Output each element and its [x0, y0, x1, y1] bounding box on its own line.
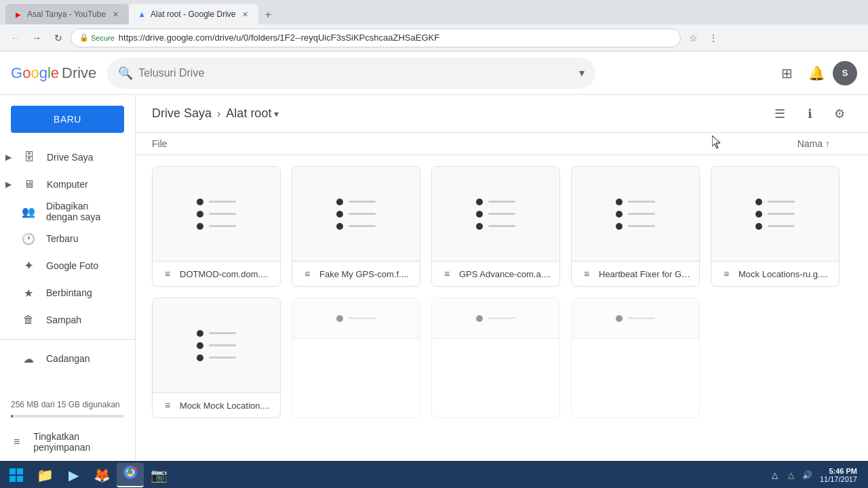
file-preview-partial-1 — [292, 298, 420, 339]
sidebar: BARU ▶ 🗄 Drive Saya ▶ 🖥 Komputer 👥 D — [0, 95, 136, 461]
berbintang-icon: ★ — [22, 286, 35, 300]
sidebar-item-dibagikan[interactable]: 👥 Dibagikan dengan saya — [0, 198, 124, 225]
file-grid: ≡ DOTMOD-com.dom.... — [136, 155, 868, 461]
file-icon-partial-2 — [476, 315, 515, 322]
sidebar-label-google-foto: Google Foto — [46, 260, 98, 271]
taskbar-app-chrome[interactable] — [117, 463, 144, 487]
browser-window: ▶ Asal Tanya - YouTube ✕ ▲ Alat root - G… — [0, 0, 868, 488]
file-card-gpsadvance[interactable]: ≡ GPS Advance-com.a.... — [431, 166, 560, 287]
breadcrumb-root[interactable]: Drive Saya — [152, 106, 212, 121]
sidebar-item-google-foto[interactable]: ✦ Google Foto — [0, 252, 124, 279]
file-name-heartbeat: Heartbeat Fixer for G.... — [599, 269, 691, 279]
file-icon-fakegps — [336, 199, 376, 230]
logo-g: G — [11, 64, 22, 81]
upgrade-label: Tingkatkan penyimpanan — [33, 431, 124, 453]
chrome-icon — [123, 466, 137, 479]
svg-rect-3 — [17, 476, 23, 482]
app-header: Google Drive 🔍 ▾ ⊞ 🔔 S — [0, 52, 868, 95]
taskbar-app-firefox[interactable]: 🦊 — [88, 463, 115, 487]
breadcrumb-dropdown-icon[interactable]: ▾ — [274, 108, 279, 119]
user-avatar[interactable]: S — [833, 61, 857, 85]
sidebar-label-drive-saya: Drive Saya — [47, 152, 93, 163]
google-foto-icon: ✦ — [22, 259, 35, 272]
tab-youtube[interactable]: ▶ Asal Tanya - YouTube ✕ — [5, 4, 129, 24]
tab-drive-close[interactable]: ✕ — [239, 9, 250, 20]
sidebar-label-sampah: Sampah — [46, 314, 81, 325]
file-name-fakegps: Fake My GPS-com.f.... — [319, 269, 412, 279]
taskbar-pinned: 📁 ▶ 🦊 — [31, 463, 172, 487]
apps-icon-btn[interactable]: ⊞ — [773, 60, 800, 87]
terbaru-icon: 🕐 — [22, 232, 35, 245]
file-card-partial-3[interactable] — [571, 298, 700, 418]
settings-button[interactable]: ⋮ — [704, 28, 723, 47]
search-input[interactable] — [138, 67, 574, 79]
sidebar-item-komputer[interactable]: ▶ 🖥 Komputer — [0, 171, 124, 198]
taskbar-tray: △ △ 🔊 5:46 PM 11/17/2017 — [763, 467, 865, 483]
file-icon-gpsadvance — [476, 199, 515, 230]
app-content: Google Drive 🔍 ▾ ⊞ 🔔 S BARU — [0, 52, 868, 461]
windows-logo-icon — [8, 467, 24, 483]
svg-rect-1 — [17, 468, 23, 474]
file-preview-partial-2 — [432, 298, 559, 339]
file-icon-dotmod — [197, 199, 236, 230]
settings-view-button[interactable]: ⚙ — [827, 102, 852, 126]
tray-up-arrow[interactable]: △ — [768, 468, 782, 482]
col-name-sort[interactable]: Nama ↑ — [797, 138, 830, 149]
new-button[interactable]: BARU — [11, 106, 124, 133]
file-card-mocklocations[interactable]: ≡ Mock Locations-ru.g.... — [711, 166, 840, 287]
sidebar-item-terbaru[interactable]: 🕐 Terbaru — [0, 225, 124, 252]
google-logo-text: Google — [11, 64, 59, 82]
taskbar-app-media[interactable]: ▶ — [60, 463, 87, 487]
sidebar-label-cadangan: Cadangan — [46, 353, 90, 364]
back-button[interactable]: ← — [5, 28, 24, 47]
breadcrumb-bar: Drive Saya › Alat root ▾ ☰ ℹ ⚙ — [136, 95, 868, 133]
file-card-mockmock[interactable]: ≡ Mock Mock Location.... — [152, 298, 281, 418]
breadcrumb-current-label: Alat root — [226, 106, 271, 121]
file-icon-mockmock — [197, 330, 236, 361]
sidebar-item-sampah[interactable]: 🗑 Sampah — [0, 306, 124, 333]
upgrade-button[interactable]: ≡ Tingkatkan penyimpanan — [0, 428, 135, 455]
sidebar-item-berbintang[interactable]: ★ Berbintang — [0, 279, 124, 306]
notifications-icon-btn[interactable]: 🔔 — [803, 60, 830, 87]
secure-label: Secure — [91, 34, 115, 42]
file-icon-mocklocations — [755, 199, 795, 230]
start-button[interactable] — [3, 463, 30, 487]
col-file-label: File — [152, 138, 797, 149]
bookmark-button[interactable]: ☆ — [684, 28, 703, 47]
sidebar-item-drive-saya[interactable]: ▶ 🗄 Drive Saya — [0, 144, 124, 171]
search-dropdown-icon[interactable]: ▾ — [579, 66, 585, 79]
tray-volume-icon[interactable]: 🔊 — [801, 468, 814, 482]
logo-o1: o — [22, 64, 31, 81]
forward-button[interactable]: → — [27, 28, 46, 47]
file-preview-dotmod — [153, 167, 280, 262]
search-box[interactable]: 🔍 ▾ — [107, 58, 595, 89]
secure-indicator: 🔒 Secure — [79, 33, 115, 42]
reload-button[interactable]: ↻ — [49, 28, 68, 47]
expand-icon-komputer: ▶ — [5, 180, 12, 189]
file-card-heartbeat[interactable]: ≡ Heartbeat Fixer for G.... — [571, 166, 700, 287]
tab-drive[interactable]: ▲ Alat root - Google Drive ✕ — [129, 4, 258, 24]
info-button[interactable]: ℹ — [797, 102, 822, 126]
file-footer-mocklocations: ≡ Mock Locations-ru.g.... — [711, 262, 839, 286]
list-view-button[interactable]: ☰ — [768, 102, 792, 126]
storage-bar — [11, 415, 124, 418]
taskbar-app-explorer[interactable]: 📁 — [31, 463, 58, 487]
taskbar-app-camera[interactable]: 📷 — [145, 463, 172, 487]
logo-o2: o — [31, 64, 39, 81]
file-card-dotmod[interactable]: ≡ DOTMOD-com.dom.... — [152, 166, 281, 287]
dibagikan-icon: 👥 — [22, 205, 35, 218]
storage-info: 256 MB dari 15 GB digunakan — [0, 394, 135, 428]
tab-youtube-close[interactable]: ✕ — [110, 9, 121, 20]
sidebar-item-cadangan[interactable]: ☁ Cadangan — [0, 345, 124, 372]
expand-icon-drive: ▶ — [5, 152, 12, 162]
storage-text: 256 MB dari 15 GB digunakan — [11, 400, 120, 409]
file-card-partial-2[interactable] — [431, 298, 560, 418]
file-card-fakegps[interactable]: ≡ Fake My GPS-com.f.... — [292, 166, 420, 287]
breadcrumb-separator: › — [217, 108, 220, 120]
file-card-partial-1[interactable] — [292, 298, 420, 418]
file-preview-fakegps — [292, 167, 420, 262]
tray-network-icon[interactable]: △ — [785, 468, 798, 482]
file-icon-partial-3 — [616, 315, 655, 322]
address-input[interactable]: 🔒 Secure https://drive.google.com/drive/… — [71, 28, 681, 47]
new-tab-button[interactable]: + — [258, 5, 277, 24]
